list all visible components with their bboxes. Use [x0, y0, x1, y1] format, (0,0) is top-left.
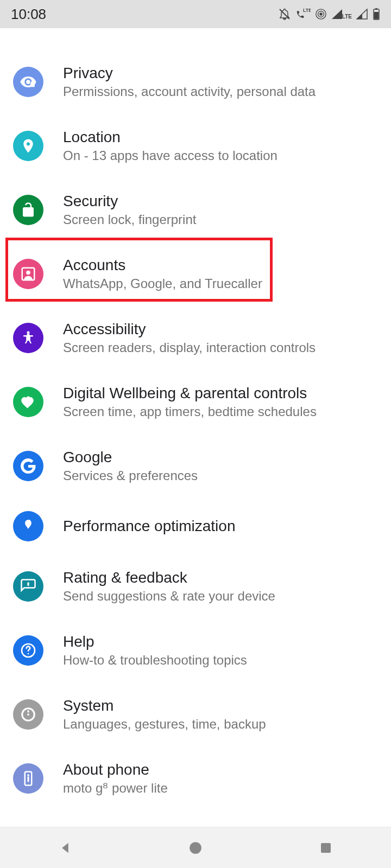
item-title: Performance optimization [63, 518, 235, 535]
item-title: Security [63, 193, 196, 210]
svg-text:LTE: LTE [303, 8, 311, 13]
svg-point-2 [319, 12, 323, 16]
svg-point-14 [28, 587, 29, 589]
item-title: Rating & feedback [63, 569, 275, 586]
item-subtitle: Screen readers, display, interaction con… [63, 340, 316, 355]
settings-item-rating-feedback[interactable]: Rating & feedback Send suggestions & rat… [0, 554, 391, 618]
item-subtitle: Screen lock, fingerprint [63, 212, 196, 227]
svg-point-10 [27, 331, 30, 334]
navigation-bar [0, 827, 391, 868]
item-title: Help [63, 633, 247, 650]
settings-item-google[interactable]: Google Services & preferences [0, 434, 391, 498]
help-icon [13, 635, 43, 666]
nav-home-button[interactable] [163, 832, 228, 864]
item-subtitle: WhatsApp, Google, and Truecaller [63, 276, 262, 291]
google-icon [13, 451, 43, 481]
item-subtitle: moto g⁸ power lite [63, 781, 168, 796]
feedback-icon [13, 571, 43, 602]
settings-list: Privacy Permissions, account activity, p… [0, 28, 391, 810]
settings-item-digital-wellbeing[interactable]: Digital Wellbeing & parental controls Sc… [0, 370, 391, 434]
item-subtitle: How-to & troubleshooting topics [63, 653, 247, 668]
item-title: Accessibility [63, 321, 316, 338]
svg-point-9 [26, 271, 30, 275]
item-title: Accounts [63, 257, 262, 274]
svg-rect-24 [321, 843, 331, 853]
system-icon [13, 699, 43, 730]
settings-item-security[interactable]: Security Screen lock, fingerprint [0, 178, 391, 242]
nav-back-button[interactable] [33, 832, 98, 864]
item-title: Digital Wellbeing & parental controls [63, 385, 317, 402]
item-subtitle: Languages, gestures, time, backup [63, 717, 266, 732]
settings-item-accessibility[interactable]: Accessibility Screen readers, display, i… [0, 306, 391, 370]
settings-item-location[interactable]: Location On - 13 apps have access to loc… [0, 114, 391, 178]
item-subtitle: Services & preferences [63, 468, 198, 483]
settings-item-performance[interactable]: Performance optimization [0, 498, 391, 554]
settings-item-accounts[interactable]: Accounts WhatsApp, Google, and Truecalle… [0, 242, 391, 306]
item-subtitle: Send suggestions & rate your device [63, 589, 275, 604]
wellbeing-icon [13, 387, 43, 417]
dnd-off-icon [278, 8, 291, 21]
item-subtitle: Permissions, account activity, personal … [63, 84, 316, 99]
privacy-icon [13, 67, 43, 97]
settings-item-about-phone[interactable]: About phone moto g⁸ power lite [0, 746, 391, 810]
item-title: Privacy [63, 65, 316, 82]
item-subtitle: On - 13 apps have access to location [63, 148, 278, 163]
volte-call-icon: LTE [295, 8, 311, 21]
item-title: System [63, 697, 266, 714]
status-bar: 10:08 LTE LTE [0, 0, 391, 28]
performance-icon [13, 511, 43, 541]
item-title: Google [63, 449, 198, 466]
accounts-icon [13, 259, 43, 289]
status-time: 10:08 [11, 6, 46, 23]
svg-point-23 [190, 842, 201, 854]
settings-item-privacy[interactable]: Privacy Permissions, account activity, p… [0, 50, 391, 114]
item-subtitle: Screen time, app timers, bedtime schedul… [63, 404, 317, 419]
status-icons: LTE LTE [278, 8, 380, 21]
settings-item-system[interactable]: System Languages, gestures, time, backup [0, 682, 391, 746]
accessibility-icon [13, 323, 43, 353]
item-title: Location [63, 129, 278, 146]
hotspot-icon [315, 8, 327, 20]
svg-point-16 [28, 653, 29, 655]
svg-rect-5 [374, 12, 379, 19]
location-icon [13, 131, 43, 161]
item-title: About phone [63, 761, 168, 778]
signal-1-icon: LTE [331, 9, 352, 20]
svg-point-18 [27, 713, 29, 716]
battery-icon [373, 8, 380, 20]
settings-item-help[interactable]: Help How-to & troubleshooting topics [0, 618, 391, 682]
about-phone-icon [13, 763, 43, 794]
signal-2-icon [356, 9, 368, 20]
nav-recent-button[interactable] [293, 832, 358, 864]
svg-rect-4 [375, 8, 377, 10]
security-icon [13, 195, 43, 225]
